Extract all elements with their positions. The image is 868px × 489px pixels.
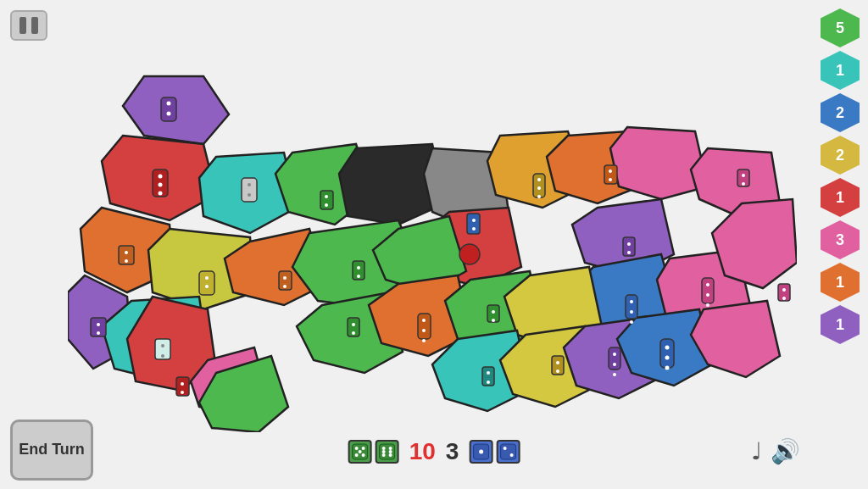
- piece-orange-centerlower: [418, 314, 431, 339]
- svg-point-66: [382, 453, 386, 457]
- piece-cyan-left: [242, 178, 257, 202]
- blue-die-2: [496, 440, 520, 464]
- game-board: [68, 68, 797, 432]
- svg-point-73: [503, 447, 506, 450]
- green-score: 10: [409, 438, 436, 465]
- svg-point-52: [613, 363, 616, 366]
- svg-point-59: [362, 447, 365, 450]
- svg-point-37: [706, 303, 709, 307]
- pause-button[interactable]: [10, 10, 47, 41]
- end-turn-button[interactable]: End Turn: [10, 420, 93, 481]
- svg-point-45: [492, 310, 495, 314]
- svg-point-68: [382, 450, 386, 453]
- svg-point-14: [181, 391, 184, 394]
- svg-rect-72: [500, 444, 515, 459]
- piece-red-center: [459, 244, 480, 264]
- svg-point-13: [181, 382, 184, 386]
- blue-die-1: [469, 440, 492, 464]
- svg-point-39: [782, 297, 786, 300]
- status-bar: 10 3: [348, 438, 520, 465]
- svg-point-19: [472, 219, 476, 222]
- svg-point-11: [161, 344, 164, 347]
- piece-dot: [167, 102, 171, 106]
- svg-point-61: [362, 453, 365, 457]
- svg-point-1: [159, 183, 163, 187]
- score-tile-blue[interactable]: 2: [821, 93, 860, 132]
- svg-point-12: [161, 354, 164, 358]
- svg-point-34: [630, 320, 633, 324]
- svg-point-3: [248, 183, 251, 186]
- svg-point-54: [665, 346, 670, 350]
- svg-point-32: [630, 300, 633, 303]
- svg-point-36: [706, 293, 709, 297]
- blue-dice-group: [469, 440, 520, 464]
- svg-point-46: [492, 319, 495, 322]
- svg-point-48: [487, 381, 490, 384]
- svg-point-64: [382, 447, 386, 450]
- svg-point-47: [487, 371, 490, 375]
- svg-point-49: [556, 361, 559, 364]
- svg-rect-63: [380, 444, 395, 459]
- piece-blue-center: [467, 214, 480, 234]
- score-tile-purple[interactable]: 1: [821, 305, 860, 344]
- sound-area: ♩ 🔊: [751, 437, 800, 465]
- svg-point-62: [359, 450, 362, 453]
- piece-purple-top: [161, 97, 176, 121]
- svg-point-71: [479, 450, 483, 454]
- svg-point-4: [248, 193, 251, 197]
- green-die-1: [348, 440, 372, 464]
- territory-pink-top-right[interactable]: [610, 127, 708, 199]
- svg-point-21: [537, 178, 541, 181]
- svg-point-26: [742, 174, 745, 177]
- svg-point-17: [325, 195, 328, 198]
- svg-point-28: [357, 266, 360, 270]
- music-icon[interactable]: ♩: [751, 437, 762, 465]
- svg-point-8: [205, 285, 209, 288]
- svg-point-53: [613, 373, 616, 376]
- score-tile-orange[interactable]: 1: [821, 263, 860, 302]
- svg-point-74: [509, 453, 513, 457]
- svg-point-33: [630, 310, 633, 314]
- svg-point-16: [283, 285, 287, 288]
- piece-yelloworange-top: [533, 174, 545, 197]
- svg-point-41: [352, 331, 355, 335]
- svg-point-20: [472, 227, 476, 231]
- svg-point-9: [97, 323, 100, 326]
- svg-point-51: [613, 353, 616, 356]
- score-tile-red[interactable]: 1: [821, 178, 860, 217]
- piece-dot: [167, 112, 171, 116]
- svg-point-25: [609, 178, 612, 181]
- svg-point-43: [422, 329, 426, 332]
- svg-point-55: [665, 356, 670, 360]
- score-tile-teal[interactable]: 1: [821, 51, 860, 90]
- black-score: 3: [446, 438, 459, 465]
- svg-point-22: [537, 186, 541, 190]
- pause-bar-right: [31, 17, 38, 34]
- svg-point-7: [205, 276, 209, 280]
- score-tile-yellow[interactable]: 2: [821, 136, 860, 175]
- piece-yellow-left: [199, 271, 214, 295]
- svg-point-50: [556, 370, 559, 373]
- piece-pink-rightmid: [702, 278, 714, 303]
- pause-bar-left: [19, 17, 26, 34]
- territory-pink-large-right[interactable]: [712, 199, 797, 288]
- svg-point-69: [389, 450, 392, 453]
- svg-point-0: [159, 175, 163, 179]
- score-tile-green[interactable]: 5: [821, 8, 860, 47]
- svg-point-40: [352, 323, 355, 326]
- svg-point-30: [627, 242, 631, 246]
- svg-point-27: [742, 182, 745, 186]
- board-svg: [68, 68, 797, 432]
- svg-point-67: [389, 453, 392, 457]
- svg-point-18: [325, 203, 328, 207]
- piece-purple-lowerright: [609, 347, 620, 370]
- svg-point-15: [283, 276, 287, 280]
- svg-point-2: [159, 192, 163, 196]
- volume-icon[interactable]: 🔊: [771, 437, 800, 465]
- piece-blue-rightcenter: [626, 295, 637, 319]
- svg-point-58: [355, 447, 359, 450]
- svg-point-23: [537, 195, 541, 198]
- green-dice-group: [348, 440, 399, 464]
- svg-point-31: [627, 251, 631, 254]
- score-tile-pink[interactable]: 3: [821, 220, 860, 259]
